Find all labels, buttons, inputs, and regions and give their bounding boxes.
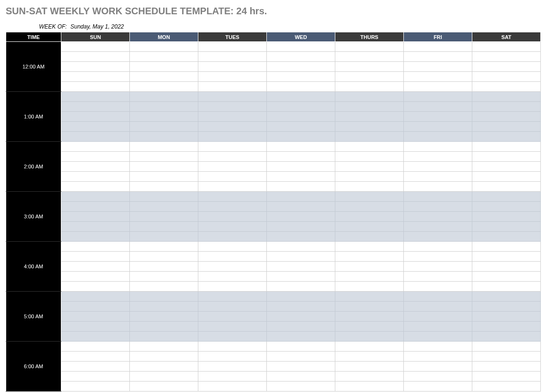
- schedule-cell[interactable]: [130, 332, 198, 342]
- schedule-cell[interactable]: [335, 282, 404, 292]
- schedule-cell[interactable]: [472, 72, 541, 82]
- schedule-cell[interactable]: [61, 62, 130, 72]
- schedule-cell[interactable]: [61, 72, 130, 82]
- schedule-cell[interactable]: [404, 312, 472, 322]
- schedule-cell[interactable]: [404, 212, 472, 222]
- schedule-cell[interactable]: [267, 352, 335, 362]
- schedule-cell[interactable]: [335, 112, 404, 122]
- schedule-cell[interactable]: [130, 282, 198, 292]
- schedule-cell[interactable]: [404, 252, 472, 262]
- schedule-cell[interactable]: [130, 262, 198, 272]
- schedule-cell[interactable]: [267, 292, 335, 302]
- schedule-cell[interactable]: [335, 222, 404, 232]
- schedule-cell[interactable]: [61, 202, 130, 212]
- schedule-cell[interactable]: [472, 172, 541, 182]
- schedule-cell[interactable]: [404, 42, 472, 52]
- schedule-cell[interactable]: [404, 342, 472, 352]
- schedule-cell[interactable]: [472, 92, 541, 102]
- schedule-cell[interactable]: [404, 52, 472, 62]
- schedule-cell[interactable]: [61, 52, 130, 62]
- schedule-cell[interactable]: [267, 312, 335, 322]
- schedule-cell[interactable]: [61, 352, 130, 362]
- schedule-cell[interactable]: [335, 92, 404, 102]
- schedule-cell[interactable]: [198, 172, 267, 182]
- schedule-cell[interactable]: [267, 302, 335, 312]
- schedule-cell[interactable]: [130, 372, 198, 382]
- schedule-cell[interactable]: [404, 322, 472, 332]
- schedule-cell[interactable]: [404, 332, 472, 342]
- schedule-cell[interactable]: [198, 382, 267, 392]
- schedule-cell[interactable]: [61, 172, 130, 182]
- schedule-cell[interactable]: [404, 192, 472, 202]
- schedule-cell[interactable]: [198, 312, 267, 322]
- schedule-cell[interactable]: [130, 132, 198, 142]
- schedule-cell[interactable]: [267, 152, 335, 162]
- schedule-cell[interactable]: [130, 352, 198, 362]
- schedule-cell[interactable]: [404, 232, 472, 242]
- schedule-cell[interactable]: [267, 82, 335, 92]
- schedule-cell[interactable]: [61, 182, 130, 192]
- schedule-cell[interactable]: [130, 192, 198, 202]
- schedule-cell[interactable]: [130, 222, 198, 232]
- schedule-cell[interactable]: [335, 162, 404, 172]
- schedule-cell[interactable]: [198, 302, 267, 312]
- schedule-cell[interactable]: [335, 212, 404, 222]
- schedule-cell[interactable]: [130, 172, 198, 182]
- schedule-cell[interactable]: [198, 372, 267, 382]
- schedule-cell[interactable]: [404, 112, 472, 122]
- schedule-cell[interactable]: [61, 82, 130, 92]
- schedule-cell[interactable]: [472, 322, 541, 332]
- schedule-cell[interactable]: [61, 42, 130, 52]
- schedule-cell[interactable]: [198, 42, 267, 52]
- schedule-cell[interactable]: [335, 242, 404, 252]
- schedule-cell[interactable]: [472, 252, 541, 262]
- schedule-cell[interactable]: [130, 52, 198, 62]
- schedule-cell[interactable]: [335, 52, 404, 62]
- schedule-cell[interactable]: [198, 272, 267, 282]
- schedule-cell[interactable]: [335, 72, 404, 82]
- schedule-cell[interactable]: [198, 192, 267, 202]
- schedule-cell[interactable]: [198, 152, 267, 162]
- schedule-cell[interactable]: [404, 282, 472, 292]
- schedule-cell[interactable]: [61, 212, 130, 222]
- schedule-cell[interactable]: [404, 222, 472, 232]
- schedule-cell[interactable]: [472, 42, 541, 52]
- schedule-cell[interactable]: [335, 122, 404, 132]
- schedule-cell[interactable]: [61, 322, 130, 332]
- schedule-cell[interactable]: [198, 112, 267, 122]
- schedule-cell[interactable]: [267, 72, 335, 82]
- schedule-cell[interactable]: [267, 372, 335, 382]
- schedule-cell[interactable]: [61, 122, 130, 132]
- schedule-cell[interactable]: [267, 212, 335, 222]
- schedule-cell[interactable]: [130, 112, 198, 122]
- schedule-cell[interactable]: [335, 382, 404, 392]
- schedule-cell[interactable]: [198, 62, 267, 72]
- schedule-cell[interactable]: [267, 122, 335, 132]
- schedule-cell[interactable]: [61, 362, 130, 372]
- schedule-cell[interactable]: [130, 142, 198, 152]
- schedule-cell[interactable]: [130, 182, 198, 192]
- schedule-cell[interactable]: [472, 352, 541, 362]
- schedule-cell[interactable]: [335, 102, 404, 112]
- schedule-cell[interactable]: [267, 42, 335, 52]
- schedule-cell[interactable]: [472, 262, 541, 272]
- schedule-cell[interactable]: [472, 372, 541, 382]
- schedule-cell[interactable]: [61, 102, 130, 112]
- schedule-cell[interactable]: [472, 302, 541, 312]
- schedule-cell[interactable]: [404, 352, 472, 362]
- schedule-cell[interactable]: [335, 302, 404, 312]
- schedule-cell[interactable]: [267, 362, 335, 372]
- schedule-cell[interactable]: [335, 292, 404, 302]
- schedule-cell[interactable]: [335, 62, 404, 72]
- schedule-cell[interactable]: [472, 382, 541, 392]
- schedule-cell[interactable]: [198, 162, 267, 172]
- schedule-cell[interactable]: [472, 332, 541, 342]
- schedule-cell[interactable]: [267, 282, 335, 292]
- schedule-cell[interactable]: [472, 242, 541, 252]
- schedule-cell[interactable]: [61, 342, 130, 352]
- schedule-cell[interactable]: [130, 292, 198, 302]
- schedule-cell[interactable]: [472, 82, 541, 92]
- schedule-cell[interactable]: [267, 132, 335, 142]
- schedule-cell[interactable]: [404, 262, 472, 272]
- schedule-cell[interactable]: [130, 62, 198, 72]
